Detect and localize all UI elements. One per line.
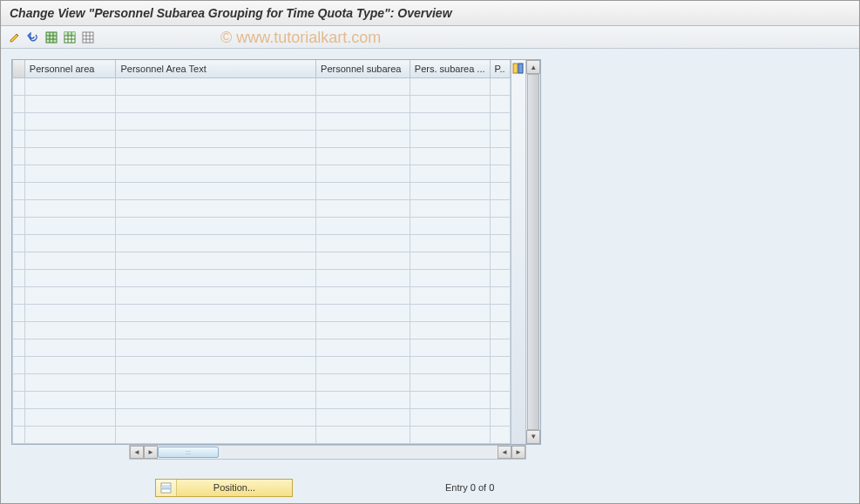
select-block-button[interactable]	[61, 29, 78, 46]
cell-pers-subarea[interactable]	[410, 147, 490, 165]
row-selector[interactable]	[13, 112, 25, 130]
col-header-p[interactable]: P..	[490, 60, 510, 77]
cell-personnel-subarea[interactable]	[316, 77, 410, 95]
cell-personnel-area[interactable]	[24, 286, 116, 304]
cell-pers-subarea[interactable]	[410, 234, 490, 252]
col-header-personnel-area-text[interactable]: Personnel Area Text	[116, 60, 316, 77]
cell-p[interactable]	[490, 165, 510, 182]
row-selector[interactable]	[13, 199, 25, 217]
cell-personnel-area[interactable]	[24, 77, 116, 95]
scroll-thumb-horizontal[interactable]: :::	[158, 447, 219, 458]
cell-personnel-area-text[interactable]	[116, 304, 316, 321]
cell-p[interactable]	[490, 252, 510, 269]
cell-personnel-area-text[interactable]	[116, 182, 316, 199]
cell-personnel-area-text[interactable]	[116, 95, 316, 112]
cell-pers-subarea[interactable]	[410, 217, 490, 234]
cell-personnel-subarea[interactable]	[316, 252, 410, 269]
cell-pers-subarea[interactable]	[410, 165, 490, 182]
row-selector[interactable]	[13, 373, 25, 391]
cell-personnel-subarea[interactable]	[316, 165, 410, 182]
cell-personnel-area[interactable]	[24, 408, 116, 426]
cell-personnel-area[interactable]	[24, 391, 116, 408]
cell-pers-subarea[interactable]	[410, 252, 490, 269]
row-selector[interactable]	[13, 95, 25, 112]
position-button[interactable]: Position...	[155, 479, 293, 497]
cell-pers-subarea[interactable]	[410, 182, 490, 199]
row-selector[interactable]	[13, 356, 25, 373]
cell-personnel-area-text[interactable]	[116, 252, 316, 269]
col-header-personnel-subarea[interactable]: Personnel subarea	[316, 60, 410, 77]
cell-personnel-area-text[interactable]	[116, 426, 316, 443]
cell-personnel-subarea[interactable]	[316, 426, 410, 443]
cell-pers-subarea[interactable]	[410, 199, 490, 217]
cell-pers-subarea[interactable]	[410, 356, 490, 373]
row-selector[interactable]	[13, 165, 25, 182]
scroll-thumb-vertical[interactable]	[527, 74, 539, 430]
cell-p[interactable]	[490, 391, 510, 408]
cell-personnel-subarea[interactable]	[316, 182, 410, 199]
cell-pers-subarea[interactable]	[410, 269, 490, 286]
cell-personnel-area[interactable]	[24, 356, 116, 373]
cell-pers-subarea[interactable]	[410, 304, 490, 321]
cell-personnel-subarea[interactable]	[316, 339, 410, 356]
cell-personnel-area[interactable]	[24, 339, 116, 356]
row-selector[interactable]	[13, 130, 25, 147]
cell-personnel-subarea[interactable]	[316, 234, 410, 252]
cell-personnel-area-text[interactable]	[116, 408, 316, 426]
cell-personnel-area-text[interactable]	[116, 373, 316, 391]
cell-pers-subarea[interactable]	[410, 286, 490, 304]
scroll-left-button[interactable]: ◄	[130, 446, 144, 459]
cell-personnel-area-text[interactable]	[116, 321, 316, 339]
cell-personnel-subarea[interactable]	[316, 269, 410, 286]
cell-personnel-area[interactable]	[24, 373, 116, 391]
row-selector[interactable]	[13, 426, 25, 443]
cell-pers-subarea[interactable]	[410, 130, 490, 147]
col-header-personnel-area[interactable]: Personnel area	[24, 60, 116, 77]
cell-p[interactable]	[490, 234, 510, 252]
cell-p[interactable]	[490, 321, 510, 339]
deselect-all-button[interactable]	[79, 29, 97, 46]
cell-personnel-area[interactable]	[24, 130, 116, 147]
row-selector[interactable]	[13, 391, 25, 408]
cell-personnel-subarea[interactable]	[316, 408, 410, 426]
scroll-down-button[interactable]: ▼	[526, 430, 540, 444]
select-all-button[interactable]	[43, 29, 60, 46]
cell-personnel-area-text[interactable]	[116, 339, 316, 356]
cell-personnel-area-text[interactable]	[116, 112, 316, 130]
cell-personnel-area[interactable]	[24, 217, 116, 234]
cell-p[interactable]	[490, 147, 510, 165]
cell-p[interactable]	[490, 339, 510, 356]
scroll-right-inner-button[interactable]: ►	[144, 446, 158, 459]
cell-personnel-area-text[interactable]	[116, 165, 316, 182]
cell-p[interactable]	[490, 130, 510, 147]
row-selector[interactable]	[13, 321, 25, 339]
row-selector[interactable]	[13, 182, 25, 199]
cell-personnel-area-text[interactable]	[116, 147, 316, 165]
cell-personnel-subarea[interactable]	[316, 304, 410, 321]
cell-personnel-subarea[interactable]	[316, 112, 410, 130]
cell-personnel-subarea[interactable]	[316, 286, 410, 304]
cell-pers-subarea[interactable]	[410, 373, 490, 391]
cell-personnel-area[interactable]	[24, 426, 116, 443]
cell-p[interactable]	[490, 304, 510, 321]
row-selector[interactable]	[13, 286, 25, 304]
cell-p[interactable]	[490, 182, 510, 199]
cell-personnel-area[interactable]	[24, 269, 116, 286]
cell-personnel-subarea[interactable]	[316, 391, 410, 408]
cell-personnel-subarea[interactable]	[316, 321, 410, 339]
cell-pers-subarea[interactable]	[410, 339, 490, 356]
cell-personnel-subarea[interactable]	[316, 130, 410, 147]
scroll-up-button[interactable]: ▲	[526, 60, 540, 74]
cell-personnel-area[interactable]	[24, 321, 116, 339]
horizontal-scrollbar[interactable]: ◄ ► ::: ◄ ►	[129, 445, 526, 460]
scroll-track-vertical[interactable]	[526, 74, 540, 430]
cell-p[interactable]	[490, 95, 510, 112]
cell-pers-subarea[interactable]	[410, 408, 490, 426]
row-selector-header[interactable]	[13, 60, 25, 77]
cell-personnel-area[interactable]	[24, 252, 116, 269]
cell-p[interactable]	[490, 373, 510, 391]
table-settings-button[interactable]	[512, 62, 525, 74]
cell-pers-subarea[interactable]	[410, 95, 490, 112]
cell-pers-subarea[interactable]	[410, 321, 490, 339]
cell-personnel-area-text[interactable]	[116, 77, 316, 95]
